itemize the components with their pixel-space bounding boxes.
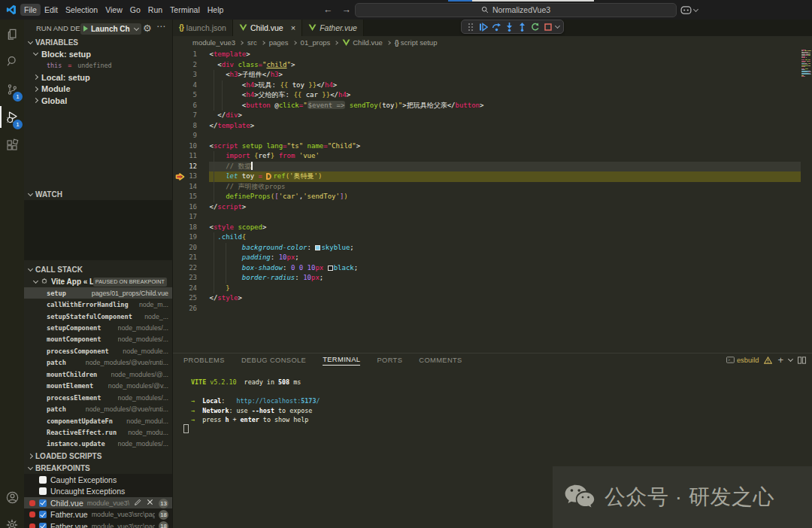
breadcrumb-item[interactable]: pages <box>269 38 289 47</box>
menu-run[interactable]: Run <box>144 4 166 16</box>
debug-session-row[interactable]: Vite App « L...PAUSED ON BREAKPOINT <box>24 275 173 287</box>
debug-step-over-button[interactable] <box>491 22 501 32</box>
activity-extensions[interactable] <box>0 131 24 159</box>
menu-view[interactable]: View <box>102 4 126 16</box>
scope-row[interactable]: Local: setup <box>24 71 173 83</box>
section-loaded-scripts[interactable]: LOADED SCRIPTS <box>24 450 173 462</box>
gutter[interactable]: 12 <box>173 162 209 172</box>
menu-terminal[interactable]: Terminal <box>166 4 204 16</box>
new-terminal-icon[interactable]: + <box>777 354 783 366</box>
command-center-search[interactable]: NormalizedVue3 <box>355 3 677 17</box>
stack-frame-row[interactable]: patchnode_modules/@vue/runti... <box>24 357 173 369</box>
stack-frame-row[interactable]: processComponentnode_module... <box>24 345 173 357</box>
gutter[interactable]: 17 <box>173 212 209 223</box>
panel-tab-problems[interactable]: PROBLEMS <box>183 355 225 366</box>
breakpoint-checkbox[interactable] <box>39 499 47 507</box>
gutter[interactable]: 21 <box>173 253 209 263</box>
chevron-down-icon[interactable] <box>788 357 793 362</box>
scope-row[interactable]: Block: setup <box>24 48 173 60</box>
split-terminal-icon[interactable] <box>798 357 806 364</box>
scope-row[interactable]: Module <box>24 83 173 96</box>
scope-row[interactable]: Global <box>24 95 173 107</box>
breadcrumb-item[interactable]: Child.vue <box>342 38 383 47</box>
terminal-output[interactable]: VITE v5.2.10 ready in 508 ms → Local: ht… <box>173 367 812 426</box>
section-watch[interactable]: WATCH <box>24 188 173 200</box>
stack-frame-row[interactable]: processElementnode_modules/... <box>24 392 173 403</box>
variable-row[interactable]: this=undefined <box>24 60 173 72</box>
breakpoint-row[interactable]: Father.vuemodule_vue3\src\pag...18 <box>24 508 173 520</box>
gutter[interactable]: 13 <box>173 171 209 182</box>
stack-frame-row[interactable]: callWithErrorHandlingnode_m... <box>24 299 173 310</box>
copilot-icon[interactable] <box>680 6 692 14</box>
activity-accounts[interactable] <box>0 484 24 510</box>
section-call-stack[interactable]: CALL STACK <box>24 263 173 275</box>
activity-search[interactable] <box>0 47 24 75</box>
gutter[interactable]: 2 <box>173 60 209 71</box>
stack-frame-row[interactable]: setupComponentnode_modules/... <box>24 322 173 333</box>
stack-frame-row[interactable]: mountElementnode_modules/@v... <box>24 381 173 392</box>
chevron-down-icon[interactable] <box>555 23 560 29</box>
breakpoint-checkbox[interactable] <box>39 476 47 484</box>
gutter[interactable]: 10 <box>173 141 209 152</box>
terminal-process[interactable]: >_ esbuild <box>726 357 759 364</box>
activity-source-control[interactable]: 1 <box>0 75 24 103</box>
stack-frame-row[interactable]: instance.updatenode_modules/... <box>24 438 173 450</box>
panel-tab-comments[interactable]: COMMENTS <box>419 355 462 366</box>
breadcrumb-item[interactable]: {}script setup <box>395 38 438 47</box>
nav-back-icon[interactable]: ← <box>323 5 333 15</box>
menu-file[interactable]: File <box>20 4 41 16</box>
stack-frame-row[interactable]: componentUpdateFnnode_modul... <box>24 415 173 426</box>
gutter[interactable]: 5 <box>173 90 209 101</box>
nav-forward-icon[interactable]: → <box>342 5 352 15</box>
remove-breakpoint-icon[interactable] <box>147 499 153 505</box>
gutter[interactable]: 8 <box>173 121 209 132</box>
activity-explorer[interactable] <box>0 20 24 47</box>
gutter[interactable]: 7 <box>173 111 209 121</box>
menu-help[interactable]: Help <box>204 4 228 16</box>
gutter[interactable]: 3 <box>173 70 209 80</box>
debug-step-out-button[interactable] <box>517 22 528 32</box>
panel-tab-debug-console[interactable]: DEBUG CONSOLE <box>241 355 306 366</box>
gutter[interactable]: 24 <box>173 284 209 294</box>
toolbar-drag-grip[interactable] <box>465 22 476 32</box>
menu-go[interactable]: Go <box>126 4 144 16</box>
debug-continue-button[interactable] <box>478 22 489 32</box>
gutter[interactable]: 15 <box>173 192 209 202</box>
debug-step-into-button[interactable] <box>504 22 514 32</box>
debug-gear-icon[interactable]: ⚙ <box>143 23 152 34</box>
start-debug-icon[interactable] <box>83 26 88 32</box>
stack-frame-row[interactable]: mountComponentnode_modules/... <box>24 334 173 345</box>
debug-restart-button[interactable] <box>530 22 541 32</box>
gutter[interactable]: 23 <box>173 273 209 284</box>
edit-breakpoint-icon[interactable] <box>134 499 141 506</box>
gutter[interactable]: 11 <box>173 151 209 162</box>
menu-edit[interactable]: Edit <box>41 4 62 16</box>
section-variables[interactable]: VARIABLES <box>24 36 173 48</box>
gutter[interactable]: 26 <box>173 304 209 314</box>
gutter[interactable]: 6 <box>173 101 209 111</box>
gutter[interactable]: 25 <box>173 293 209 304</box>
stack-frame-row[interactable]: patchnode_modules/@vue/runti... <box>24 403 173 414</box>
panel-tab-terminal[interactable]: TERMINAL <box>323 354 360 366</box>
gutter[interactable]: 22 <box>173 263 209 274</box>
close-icon[interactable]: × <box>291 23 295 32</box>
tab-child-vue[interactable]: Child.vue× <box>233 20 302 36</box>
breadcrumb-item[interactable]: 01_props <box>301 38 331 47</box>
tab-father-vue[interactable]: Father.vue <box>302 20 364 36</box>
breadcrumb[interactable]: module_vue3srcpages01_propsChild.vue{}sc… <box>173 36 812 50</box>
exception-breakpoint-row[interactable]: Uncaught Exceptions <box>24 486 173 497</box>
gutter[interactable]: 19 <box>173 232 209 243</box>
stack-frame-row[interactable]: mountChildrennode_modules/@... <box>24 369 173 380</box>
gutter[interactable]: 16 <box>173 202 209 213</box>
menu-selection[interactable]: Selection <box>62 4 102 16</box>
activity-run-debug[interactable]: 1 <box>0 103 24 131</box>
breakpoint-checkbox[interactable] <box>39 487 47 495</box>
code-editor[interactable]: 1<template>2 <div class="child">3 <h3>子组… <box>173 50 812 353</box>
stack-frame-row[interactable]: ReactiveEffect.runnode_modu... <box>24 426 173 438</box>
panel-tab-ports[interactable]: PORTS <box>377 355 402 366</box>
breadcrumb-item[interactable]: src <box>247 38 257 47</box>
gutter[interactable]: 1 <box>173 50 209 60</box>
activity-settings[interactable] <box>0 510 24 528</box>
section-breakpoints[interactable]: BREAKPOINTS <box>24 462 173 474</box>
exception-breakpoint-row[interactable]: Caught Exceptions <box>24 474 173 485</box>
